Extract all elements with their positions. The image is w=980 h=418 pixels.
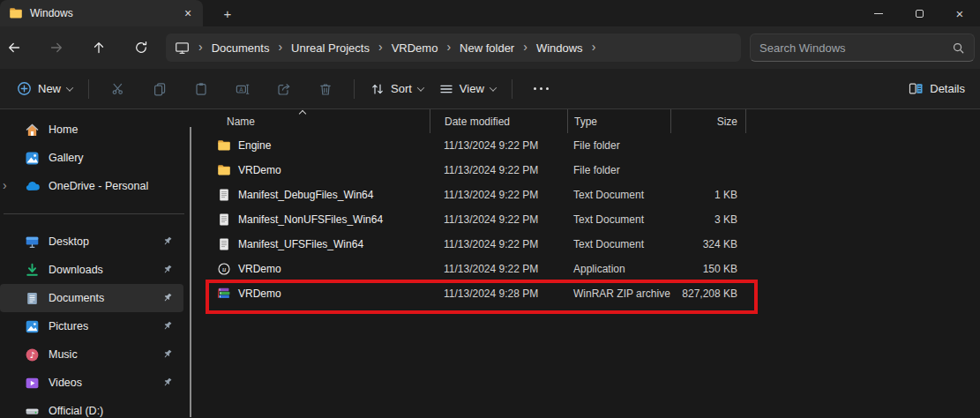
sidebar-scrollbar[interactable] — [190, 127, 191, 417]
column-separator — [745, 109, 746, 133]
file-date: 11/13/2024 9:22 PM — [430, 189, 567, 201]
drive-icon — [25, 404, 40, 418]
column-header-type[interactable]: Type — [567, 109, 670, 133]
text-file-icon — [217, 237, 231, 251]
column-header-label: Type — [574, 116, 597, 128]
pin-icon — [161, 348, 173, 360]
file-name: VRDemo — [238, 164, 281, 176]
new-tab-button[interactable]: + — [217, 4, 238, 23]
chevron-right-icon: › — [378, 41, 383, 53]
view-button[interactable]: View — [431, 74, 504, 104]
gallery-icon — [25, 151, 40, 166]
delete-button[interactable] — [304, 74, 346, 104]
details-button[interactable]: Details — [901, 74, 973, 104]
cut-button[interactable] — [97, 74, 138, 104]
back-arrow-icon — [7, 41, 21, 55]
sidebar-item-label: Desktop — [49, 235, 89, 248]
close-button[interactable]: × — [939, 0, 980, 26]
file-type: Text Document — [567, 238, 670, 250]
column-header-label: Size — [717, 116, 737, 128]
column-header-name[interactable]: Name — [198, 113, 430, 131]
file-row-vrdemo-folder[interactable]: VRDemo 11/13/2024 9:22 PM File folder — [198, 158, 980, 183]
sort-icon — [370, 82, 385, 96]
sidebar-item-label: OneDrive - Personal — [49, 180, 148, 192]
refresh-button[interactable] — [127, 34, 155, 62]
column-header-label: Date modified — [445, 116, 510, 128]
text-file-icon — [217, 213, 231, 227]
forward-arrow-icon — [49, 41, 64, 55]
sidebar-item-downloads[interactable]: Downloads — [0, 256, 183, 284]
breadcrumb-item-new-folder[interactable]: New folder — [460, 41, 514, 55]
forward-button[interactable] — [42, 34, 71, 62]
copy-button[interactable] — [138, 74, 180, 104]
share-button[interactable] — [263, 74, 304, 104]
file-type: Application — [567, 263, 670, 275]
window-controls: × — [858, 0, 980, 26]
column-header-size[interactable]: Size — [670, 109, 745, 133]
sidebar-item-onedrive[interactable]: › OneDrive - Personal — [0, 172, 183, 200]
chevron-right-icon: › — [446, 41, 451, 53]
rename-button[interactable]: A — [221, 74, 263, 104]
breadcrumb-item-unreal-projects[interactable]: Unreal Projects — [291, 41, 370, 55]
maximize-button[interactable] — [899, 0, 939, 26]
more-options-button[interactable] — [520, 74, 562, 104]
chevron-down-icon — [417, 84, 424, 91]
back-button[interactable] — [0, 34, 28, 62]
file-row-engine[interactable]: Engine 11/13/2024 9:22 PM File folder — [198, 133, 980, 158]
unreal-app-icon: u — [217, 262, 231, 276]
file-row-manifest-ufsfiles[interactable]: Manifest_UFSFiles_Win64 11/13/2024 9:22 … — [198, 232, 980, 257]
tab-close-icon[interactable]: × — [180, 5, 196, 21]
desktop-icon — [25, 235, 40, 250]
column-header-date-modified[interactable]: Date modified — [430, 109, 567, 133]
share-icon — [277, 82, 291, 96]
sidebar-item-desktop[interactable]: Desktop — [0, 228, 183, 256]
file-date: 11/13/2024 9:22 PM — [430, 213, 567, 226]
downloads-icon — [25, 263, 40, 278]
file-row-manifest-debugfiles[interactable]: Manifest_DebugFiles_Win64 11/13/2024 9:2… — [198, 183, 980, 207]
sidebar-item-gallery[interactable]: Gallery — [0, 144, 183, 172]
breadcrumb-item-windows[interactable]: Windows — [536, 41, 583, 55]
up-arrow-icon — [92, 41, 106, 55]
title-bar: Windows × + × — [0, 0, 980, 26]
chevron-right-icon: › — [278, 41, 282, 53]
plus-circle-icon — [17, 81, 32, 96]
file-row-vrdemo-zip[interactable]: VRDemo 11/13/2024 9:28 PM WinRAR ZIP arc… — [198, 281, 980, 306]
paste-icon — [194, 82, 208, 96]
computer-icon[interactable] — [175, 41, 190, 56]
sort-button[interactable]: Sort — [363, 74, 431, 104]
trash-icon — [318, 82, 333, 96]
up-button[interactable] — [85, 34, 113, 62]
pin-icon — [161, 377, 173, 388]
pin-icon — [161, 292, 173, 303]
file-row-manifest-nonufsfiles[interactable]: Manifest_NonUFSFiles_Win64 11/13/2024 9:… — [198, 207, 980, 232]
winrar-archive-icon — [217, 287, 231, 301]
search-input[interactable]: Search Windows — [750, 34, 975, 62]
file-row-vrdemo-application[interactable]: u VRDemo 11/13/2024 9:22 PM Application … — [198, 257, 980, 281]
main-area: Home Gallery › OneDrive - Personal — [0, 109, 980, 417]
breadcrumb-item-documents[interactable]: Documents — [212, 41, 270, 55]
chevron-right-icon: › — [523, 41, 527, 53]
file-type: WinRAR ZIP archive — [567, 287, 670, 300]
sidebar-item-home[interactable]: Home — [0, 116, 183, 144]
tab-windows[interactable]: Windows × — [0, 0, 203, 26]
minimize-button[interactable] — [858, 0, 899, 26]
sidebar-item-music[interactable]: ♪ Music — [0, 340, 183, 369]
new-button[interactable]: New — [9, 74, 80, 104]
sidebar-item-official-drive[interactable]: Official (D:) — [0, 397, 183, 418]
breadcrumb-item-vrdemo[interactable]: VRDemo — [392, 41, 438, 55]
documents-icon — [25, 291, 40, 306]
file-date: 11/13/2024 9:22 PM — [430, 139, 567, 152]
onedrive-icon — [25, 179, 40, 194]
file-type: Text Document — [567, 189, 670, 201]
breadcrumb: › Documents › Unreal Projects › VRDemo ›… — [166, 34, 741, 62]
chevron-down-icon — [66, 84, 73, 91]
file-list-pane: Name Date modified Type Size Engine 11/1… — [198, 109, 980, 417]
sidebar-item-videos[interactable]: Videos — [0, 369, 183, 397]
sidebar-item-documents[interactable]: Documents — [0, 284, 183, 312]
paste-button[interactable] — [180, 74, 221, 104]
sidebar-item-pictures[interactable]: Pictures — [0, 312, 183, 340]
minimize-icon — [874, 13, 883, 14]
expand-chevron-icon[interactable]: › — [3, 178, 7, 192]
svg-text:u: u — [222, 265, 226, 273]
toolbar-separator — [512, 79, 512, 99]
